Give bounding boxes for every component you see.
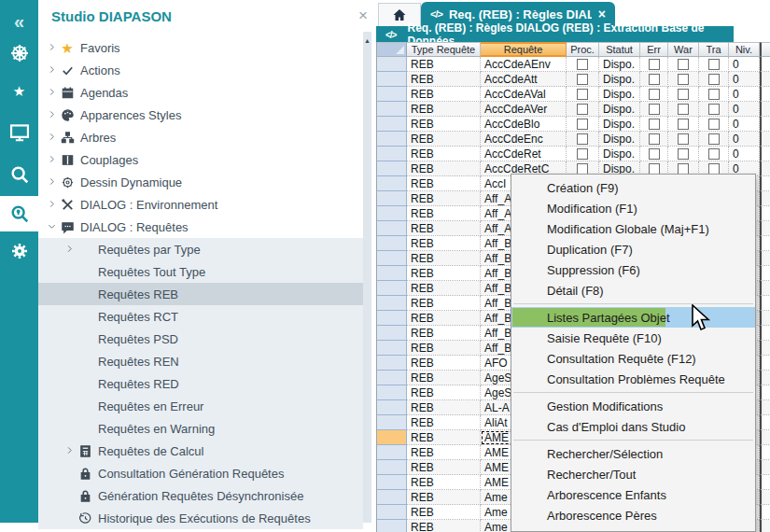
cell-tra[interactable] <box>699 132 729 147</box>
cell-clipped[interactable] <box>760 311 770 326</box>
cell-clipped[interactable] <box>760 430 770 445</box>
chevron-right-icon[interactable] <box>45 175 58 189</box>
cell-war[interactable] <box>668 87 699 102</box>
cell-clipped[interactable] <box>760 191 770 206</box>
tree-item-requ-tes-reb[interactable]: Requêtes REB <box>38 283 363 305</box>
cell-requete[interactable]: AccCdeAVal <box>481 87 567 102</box>
cell-clipped[interactable] <box>760 251 770 266</box>
row-header[interactable] <box>377 371 407 385</box>
menu-item-rechercher-s-lection[interactable]: Rechercher/Sélection <box>511 443 755 464</box>
cell-err[interactable] <box>640 57 668 72</box>
row-header[interactable] <box>377 161 407 176</box>
cell-clipped[interactable] <box>760 117 770 132</box>
cell-proc[interactable] <box>567 87 599 102</box>
chevron-right-icon[interactable] <box>63 444 76 458</box>
cell-statut[interactable]: Dispo. <box>599 147 640 161</box>
gear-icon[interactable] <box>0 233 38 269</box>
tree-item-historique-des-ex-cutions-de-requ-tes[interactable]: Historique des Exécutions de Requêtes <box>38 507 363 529</box>
row-header[interactable] <box>377 191 407 206</box>
cell-clipped[interactable] <box>760 161 770 176</box>
chevron-right-icon[interactable] <box>45 108 58 122</box>
table-row[interactable]: REBAccCdeAVerDispo.0 <box>377 102 770 117</box>
checkbox-unchecked[interactable] <box>649 119 660 130</box>
cell-err[interactable] <box>640 72 668 87</box>
row-header[interactable] <box>377 221 407 236</box>
column-header-tra[interactable]: Tra <box>699 42 729 57</box>
menu-item-d-tail-f8-[interactable]: Détail (F8) <box>511 280 755 301</box>
tree-item-requ-tes-psd[interactable]: Requêtes PSD <box>38 328 363 350</box>
cell-clipped[interactable] <box>760 371 770 385</box>
cell-type-requete[interactable]: REB <box>407 236 481 251</box>
table-row[interactable]: REBAccCdeRetDispo.0 <box>377 147 770 161</box>
cell-war[interactable] <box>668 102 699 117</box>
table-row[interactable]: REBAccCdeBloDispo.0 <box>377 117 770 132</box>
checkbox-unchecked[interactable] <box>649 59 660 70</box>
sidebar-close-icon[interactable]: × <box>358 7 368 23</box>
cell-type-requete[interactable]: REB <box>407 445 481 460</box>
checkbox-unchecked[interactable] <box>678 148 689 160</box>
row-header[interactable] <box>377 236 407 251</box>
cell-war[interactable] <box>668 117 699 132</box>
search-location-icon[interactable] <box>0 196 38 231</box>
checkbox-unchecked[interactable] <box>577 148 588 160</box>
chevron-right-icon[interactable] <box>45 41 58 55</box>
table-row[interactable]: REBAccCdeEncDispo.0 <box>377 132 770 147</box>
row-header-selected[interactable] <box>377 430 407 445</box>
tree-item-actions[interactable]: Actions <box>38 59 363 81</box>
row-header[interactable] <box>377 206 407 221</box>
menu-item-listes-partag-es-objet[interactable]: Listes Partagées Objet <box>511 307 755 328</box>
cell-clipped[interactable] <box>760 475 770 490</box>
cell-war[interactable] <box>668 57 699 72</box>
checkbox-unchecked[interactable] <box>577 74 588 85</box>
row-header[interactable] <box>377 87 407 102</box>
chevron-right-icon[interactable] <box>63 243 76 257</box>
cell-clipped[interactable] <box>760 505 770 520</box>
menu-item-cas-d-emploi-dans-studio[interactable]: Cas d'Emploi dans Studio <box>511 416 755 437</box>
cell-type-requete[interactable]: REB <box>407 356 481 371</box>
tree-item-requ-tes-ren[interactable]: Requêtes REN <box>38 350 363 372</box>
cell-proc[interactable] <box>567 147 599 161</box>
menu-item-cr-ation-f9-[interactable]: Création (F9) <box>511 177 755 198</box>
menu-item-suppression-f6-[interactable]: Suppression (F6) <box>511 259 755 280</box>
table-row[interactable]: REBAccCdeAEnvDispo.0 <box>377 57 770 72</box>
cell-type-requete[interactable]: REB <box>407 87 481 102</box>
cell-proc[interactable] <box>567 57 599 72</box>
cell-niv[interactable]: 0 <box>729 102 760 117</box>
row-header[interactable] <box>377 57 407 72</box>
row-header[interactable] <box>377 176 407 191</box>
checkbox-unchecked[interactable] <box>678 133 689 145</box>
cell-clipped[interactable] <box>760 296 770 311</box>
cell-tra[interactable] <box>699 147 729 161</box>
row-header[interactable] <box>377 475 407 490</box>
checkbox-unchecked[interactable] <box>678 163 689 175</box>
cell-err[interactable] <box>640 132 668 147</box>
cell-clipped[interactable] <box>760 400 770 415</box>
chevron-right-icon[interactable] <box>45 86 58 100</box>
cell-niv[interactable]: 0 <box>729 117 760 132</box>
cell-proc[interactable] <box>567 102 599 117</box>
cell-niv[interactable]: 0 <box>729 57 760 72</box>
cell-type-requete[interactable]: REB <box>407 147 481 161</box>
cell-type-requete[interactable]: REB <box>407 385 481 400</box>
checkbox-unchecked[interactable] <box>678 89 689 100</box>
tree-item-requ-tes-tout-type[interactable]: Requêtes Tout Type <box>38 260 363 283</box>
cell-clipped[interactable] <box>760 236 770 251</box>
checkbox-unchecked[interactable] <box>678 59 689 70</box>
row-header[interactable] <box>377 326 407 341</box>
cell-proc[interactable] <box>567 132 599 147</box>
cell-err[interactable] <box>640 87 668 102</box>
cell-niv[interactable]: 0 <box>729 72 760 87</box>
checkbox-unchecked[interactable] <box>678 104 689 115</box>
tree-item-requ-tes-par-type[interactable]: Requêtes par Type <box>38 238 363 260</box>
cell-type-requete[interactable]: REB <box>407 415 481 430</box>
select-all-corner[interactable] <box>377 42 407 57</box>
checkbox-unchecked[interactable] <box>577 133 588 145</box>
row-header[interactable] <box>377 385 407 400</box>
tree-item-dialog-requ-tes[interactable]: DIALOG : Requêtes <box>38 216 363 238</box>
cell-clipped[interactable] <box>760 356 770 371</box>
cell-statut[interactable]: Dispo. <box>599 72 640 87</box>
checkbox-unchecked[interactable] <box>708 163 720 175</box>
row-header[interactable] <box>377 490 407 505</box>
tree-item-requ-tes-en-warning[interactable]: Requêtes en Warning <box>38 417 363 440</box>
wheel-icon[interactable] <box>0 35 38 71</box>
